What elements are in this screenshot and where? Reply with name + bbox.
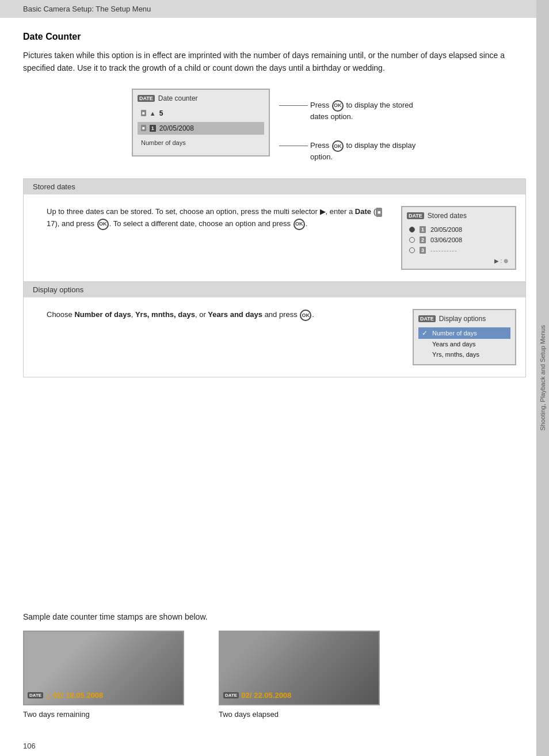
stamp-tri-1: △ xyxy=(45,692,51,700)
stored-footer: ▶ : ⊕ xyxy=(407,258,510,264)
sample-item-1: DATE △ 02/ 18.05.2008 Two days remaining xyxy=(23,631,184,719)
sample-label-2: Two days elapsed xyxy=(219,710,279,719)
row1-triangle: ▲ xyxy=(150,110,156,117)
disp-body-3: , or xyxy=(195,310,208,319)
date-val-2: 03/06/2008 xyxy=(430,236,462,243)
disp-screen-header: DATE Display options xyxy=(418,315,510,323)
disp-body-1: Choose xyxy=(47,310,74,319)
display-options-body: Choose Number of days, Yrs, mnths, days,… xyxy=(24,297,525,377)
stamp-icon-2: DATE xyxy=(223,692,239,698)
disp-option-row-2: Years and days xyxy=(418,339,510,349)
sample-image-1: DATE △ 02/ 18.05.2008 xyxy=(23,631,184,705)
sample-area: Sample date counter time stamps are show… xyxy=(0,601,549,736)
annotations-area: Press OK to display the stored dates opt… xyxy=(279,89,417,162)
disp-bold-2: Yrs, mnths, days xyxy=(135,310,195,319)
stored-row-2: 2 03/06/2008 xyxy=(407,235,510,245)
sample-item-2: DATE 02/ 22.05.2008 Two days elapsed xyxy=(219,631,380,719)
row1-num: 5 xyxy=(159,109,163,117)
display-options-block: Display options Choose Number of days, Y… xyxy=(23,282,526,377)
annotation-top-text: Press OK to display the stored dates opt… xyxy=(310,100,417,122)
screen-header: DATE Date counter xyxy=(138,94,264,102)
header-bar: Basic Camera Setup: The Setup Menu xyxy=(0,0,549,18)
screen-title-text: Date counter xyxy=(158,94,198,102)
disp-screen-title: Display options xyxy=(439,315,486,323)
stamp-num-2: 02/ xyxy=(241,691,251,700)
date-val-3: ---------- xyxy=(430,247,458,254)
stored-row-3: 3 ---------- xyxy=(407,245,510,255)
page-wrapper: Basic Camera Setup: The Setup Menu Date … xyxy=(0,0,549,756)
radio-empty-2 xyxy=(409,237,415,243)
display-options-header: Display options xyxy=(24,282,525,297)
stored-screen-title: Stored dates xyxy=(428,212,467,220)
sample-image-2: DATE 02/ 22.05.2008 xyxy=(219,631,380,705)
row3-label: Number of days xyxy=(141,139,186,146)
stored-date-icon: DATE xyxy=(407,212,424,219)
sample-label-1: Two days remaining xyxy=(23,710,90,719)
stored-row-1: 1 20/05/2008 xyxy=(407,224,510,235)
display-options-screen: DATE Display options ✓ Number of days Ye… xyxy=(413,309,516,365)
display-options-text: Choose Number of days, Yrs, mnths, days,… xyxy=(47,309,401,365)
intro-text: Pictures taken while this option is in e… xyxy=(23,49,526,75)
date-num-3: 3 xyxy=(420,247,426,254)
radio-empty-3 xyxy=(409,247,415,253)
disp-body-4: and press OK. xyxy=(262,310,314,319)
stamp-date-1: 18.05.2008 xyxy=(66,691,103,700)
row2-date: 20/05/2008 xyxy=(159,124,194,132)
disp-option-label-1: Number of days xyxy=(432,330,477,337)
disp-option-row-3: Yrs, mnths, days xyxy=(418,349,510,360)
main-content: Date Counter Pictures taken while this o… xyxy=(0,18,549,601)
sample-overlay-1: DATE △ 02/ 18.05.2008 xyxy=(28,691,103,700)
disp-option-label-2: Years and days xyxy=(432,341,475,348)
stamp-date-2: 22.05.2008 xyxy=(254,691,291,700)
ok-icon-stored1: OK xyxy=(97,219,109,230)
radio-filled-1 xyxy=(409,227,415,232)
ok-icon-stored2: OK xyxy=(293,219,305,230)
annotation-bottom: Press OK to display the display option. xyxy=(279,140,417,162)
disp-bold-1: Number of days xyxy=(74,310,131,319)
date-num-2: 2 xyxy=(420,236,426,243)
stored-dates-body: Up to three dates can be stored. To set,… xyxy=(24,194,525,281)
sample-overlay-2: DATE 02/ 22.05.2008 xyxy=(223,691,291,700)
section-title: Date Counter xyxy=(23,32,526,42)
camera-mockup-area: DATE Date counter ■ ▲ 5 ■ 1 20/05/2008 xyxy=(23,89,526,162)
disp-option-label-3: Yrs, mnths, days xyxy=(432,351,479,358)
sample-images: DATE △ 02/ 18.05.2008 Two days remaining… xyxy=(23,631,526,719)
ok-icon-bottom: OK xyxy=(332,140,344,152)
date-val-1: 20/05/2008 xyxy=(430,226,462,233)
disp-body-2: , xyxy=(131,310,135,319)
stored-body-1: Up to three dates can be stored. To set,… xyxy=(47,207,355,216)
annotation-bottom-text: Press OK to display the display option. xyxy=(310,140,417,162)
ok-icon-disp: OK xyxy=(300,310,311,321)
camera-screen: DATE Date counter ■ ▲ 5 ■ 1 20/05/2008 xyxy=(132,89,270,156)
page-number: 106 xyxy=(0,736,549,756)
stored-dates-text: Up to three dates can be stored. To set,… xyxy=(47,206,390,270)
date-icon: DATE xyxy=(138,95,155,102)
stored-screen-header: DATE Stored dates xyxy=(407,212,510,220)
disp-bold-3: Years and days xyxy=(208,310,262,319)
sidebar-label-text: Shooting, Playback and Setup Menus xyxy=(539,325,546,430)
screen-row-1: ■ ▲ 5 xyxy=(138,107,264,120)
stored-body-2: , and press OK. To select a different da… xyxy=(58,219,308,228)
row1-icon: ■ xyxy=(141,110,146,116)
stored-body-bold: Date xyxy=(355,207,371,216)
screen-row-2: ■ 1 20/05/2008 xyxy=(138,122,264,135)
stored-dates-header: Stored dates xyxy=(24,179,525,194)
check-1: ✓ xyxy=(421,329,429,337)
date-num-1: 1 xyxy=(420,226,426,233)
annotation-top: Press OK to display the stored dates opt… xyxy=(279,100,417,122)
header-title: Basic Camera Setup: The Setup Menu xyxy=(23,5,151,13)
stamp-icon-1: DATE xyxy=(28,692,43,698)
stamp-num-1: 02/ xyxy=(53,691,63,700)
row2-num: 1 xyxy=(150,125,156,132)
row2-icon: ■ xyxy=(141,125,146,131)
ref-icon: ■ xyxy=(376,208,382,217)
disp-date-icon: DATE xyxy=(418,315,436,322)
stored-dates-block: Stored dates Up to three dates can be st… xyxy=(23,178,526,282)
stored-dates-screen: DATE Stored dates 1 20/05/2008 2 03/06/2… xyxy=(401,206,516,270)
screen-row-3: Number of days xyxy=(138,137,264,148)
sidebar-label-strip: Shooting, Playback and Setup Menus xyxy=(536,0,549,756)
ok-icon-top: OK xyxy=(332,100,344,112)
sample-title: Sample date counter time stamps are show… xyxy=(23,612,526,621)
disp-option-row-1: ✓ Number of days xyxy=(418,327,510,339)
